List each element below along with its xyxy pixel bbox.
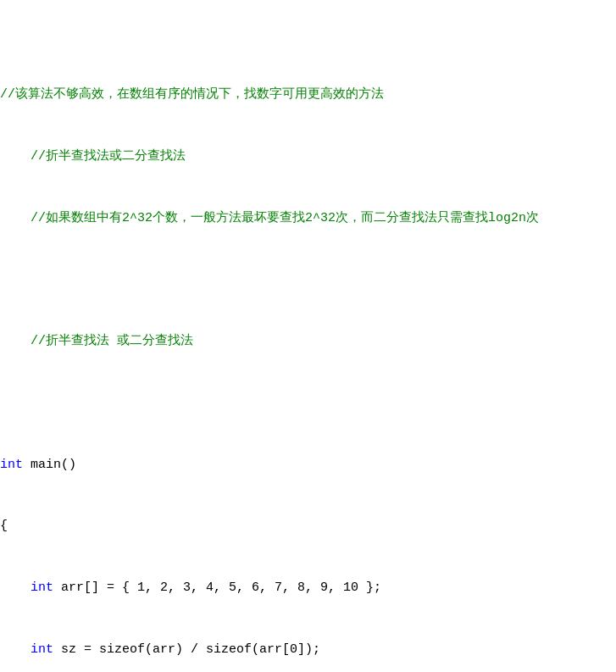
line-8: { bbox=[0, 516, 616, 537]
line-10: int sz = sizeof(arr) / sizeof(arr[0]); bbox=[0, 640, 616, 661]
line-2: //折半查找法或二分查找法 bbox=[0, 147, 616, 168]
line-1: //该算法不够高效，在数组有序的情况下，找数字可用更高效的方法 bbox=[0, 85, 616, 106]
line-4 bbox=[0, 269, 616, 291]
line-9: int arr[] = { 1, 2, 3, 4, 5, 6, 7, 8, 9,… bbox=[0, 578, 616, 599]
code-container: //该算法不够高效，在数组有序的情况下，找数字可用更高效的方法 //折半查找法或… bbox=[0, 0, 616, 672]
line-3: //如果数组中有2^32个数，一般方法最坏要查找2^32次，而二分查找法只需查找… bbox=[0, 208, 616, 230]
code-block: //该算法不够高效，在数组有序的情况下，找数字可用更高效的方法 //折半查找法或… bbox=[0, 0, 616, 672]
line-7: int main() bbox=[0, 455, 616, 476]
line-6 bbox=[0, 393, 616, 414]
line-5: //折半查找法 或二分查找法 bbox=[0, 331, 616, 353]
